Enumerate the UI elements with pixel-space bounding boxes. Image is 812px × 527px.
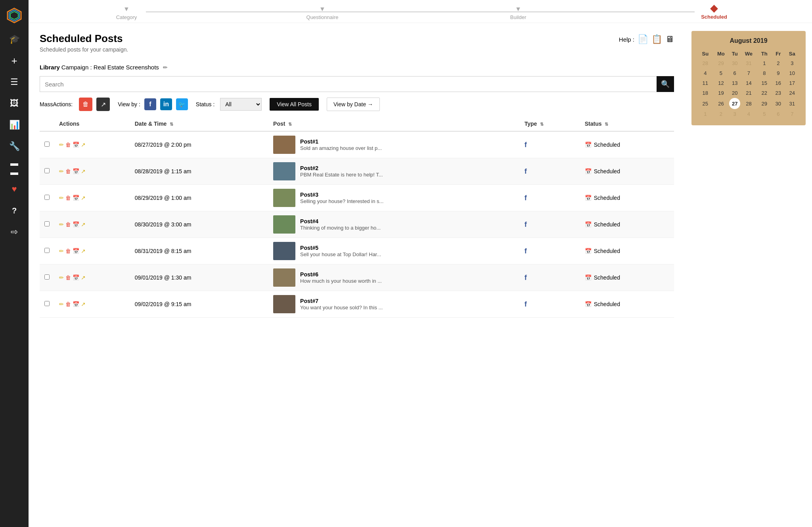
row-checkbox[interactable] <box>44 195 50 200</box>
row-calendar-icon[interactable]: 📅 <box>73 168 79 174</box>
row-delete-icon[interactable]: 🗑 <box>65 221 71 228</box>
row-edit-icon[interactable]: ✏ <box>59 274 64 281</box>
row-delete-icon[interactable]: 🗑 <box>65 142 71 148</box>
row-checkbox[interactable] <box>44 221 50 226</box>
cal-day-cell[interactable]: 14 <box>740 78 757 88</box>
cal-day-cell[interactable]: 6 <box>772 109 785 119</box>
row-checkbox[interactable] <box>44 301 50 306</box>
sidebar-item-chart[interactable]: 📊 <box>5 116 23 134</box>
row-edit-icon[interactable]: ✏ <box>59 195 64 201</box>
cal-day-cell[interactable]: 13 <box>729 78 740 88</box>
row-share-icon[interactable]: ↗ <box>81 221 86 228</box>
cal-day-cell[interactable]: 4 <box>698 68 713 78</box>
cal-day-cell[interactable]: 1 <box>698 109 713 119</box>
row-calendar-icon[interactable]: 📅 <box>73 221 79 228</box>
cal-day-cell[interactable]: 4 <box>740 109 757 119</box>
cal-day-cell[interactable]: 7 <box>740 68 757 78</box>
sidebar-item-add[interactable]: + <box>5 52 23 70</box>
step-scheduled[interactable]: Scheduled <box>690 6 738 20</box>
sidebar-item-help[interactable]: ? <box>5 201 23 220</box>
row-delete-icon[interactable]: 🗑 <box>65 195 71 201</box>
cal-day-cell[interactable]: 7 <box>785 109 799 119</box>
sidebar-item-heart[interactable]: ♥ <box>5 180 23 198</box>
help-desktop-icon[interactable]: 🖥 <box>665 34 674 44</box>
sidebar-item-list[interactable]: ☰ <box>5 73 23 91</box>
cal-day-cell[interactable]: 18 <box>698 88 713 98</box>
sidebar-item-learn[interactable]: 🎓 <box>5 30 23 48</box>
row-checkbox[interactable] <box>44 274 50 280</box>
cal-day-cell[interactable]: 10 <box>785 68 799 78</box>
cal-day-cell[interactable]: 30 <box>772 98 785 109</box>
sidebar-item-image[interactable]: 🖼 <box>5 94 23 113</box>
edit-campaign-icon[interactable]: ✏ <box>163 64 168 71</box>
row-calendar-icon[interactable]: 📅 <box>73 248 79 254</box>
row-edit-icon[interactable]: ✏ <box>59 168 64 174</box>
status-select[interactable]: All Scheduled Published Draft <box>220 98 262 111</box>
row-edit-icon[interactable]: ✏ <box>59 248 64 254</box>
row-delete-icon[interactable]: 🗑 <box>65 274 71 281</box>
step-questionnaire[interactable]: ▼ Questionnaire <box>299 6 346 20</box>
sidebar-logo[interactable] <box>4 6 24 25</box>
row-edit-icon[interactable]: ✏ <box>59 301 64 307</box>
row-delete-icon[interactable]: 🗑 <box>65 248 71 254</box>
cal-day-cell[interactable]: 16 <box>772 78 785 88</box>
row-delete-icon[interactable]: 🗑 <box>65 168 71 174</box>
cal-day-cell[interactable]: 8 <box>757 68 772 78</box>
cal-day-cell[interactable]: 17 <box>785 78 799 88</box>
cal-day-cell[interactable]: 3 <box>785 58 799 68</box>
row-share-icon[interactable]: ↗ <box>81 274 86 281</box>
cal-day-cell[interactable]: 28 <box>740 98 757 109</box>
row-edit-icon[interactable]: ✏ <box>59 142 64 148</box>
cal-day-cell[interactable]: 2 <box>713 109 730 119</box>
cal-day-cell[interactable]: 3 <box>729 109 740 119</box>
search-input[interactable] <box>40 76 657 92</box>
row-calendar-icon[interactable]: 📅 <box>73 195 79 201</box>
view-by-date-button[interactable]: View by Date → <box>327 98 380 111</box>
cal-day-cell[interactable]: 29 <box>757 98 772 109</box>
row-delete-icon[interactable]: 🗑 <box>65 301 71 307</box>
cal-day-cell[interactable]: 31 <box>740 58 757 68</box>
cal-day-cell[interactable]: 23 <box>772 88 785 98</box>
cal-day-cell[interactable]: 29 <box>713 58 730 68</box>
search-button[interactable]: 🔍 <box>657 76 674 92</box>
cal-day-cell[interactable]: 21 <box>740 88 757 98</box>
facebook-filter-button[interactable]: f <box>144 98 156 110</box>
row-share-icon[interactable]: ↗ <box>81 168 86 174</box>
sidebar-item-layers[interactable]: ▬▬ <box>5 159 23 177</box>
cal-day-cell[interactable]: 30 <box>729 58 740 68</box>
step-builder[interactable]: ▼ Builder <box>494 6 542 20</box>
row-share-icon[interactable]: ↗ <box>81 195 86 201</box>
row-checkbox[interactable] <box>44 142 50 147</box>
sidebar-item-wrench[interactable]: 🔧 <box>5 137 23 155</box>
row-checkbox[interactable] <box>44 168 50 173</box>
cal-day-cell[interactable]: 24 <box>785 88 799 98</box>
cal-day-cell[interactable]: 25 <box>698 98 713 109</box>
row-checkbox[interactable] <box>44 248 50 253</box>
help-file-icon[interactable]: 📋 <box>651 34 662 44</box>
cal-day-cell[interactable]: 15 <box>757 78 772 88</box>
cal-day-cell[interactable]: 1 <box>757 58 772 68</box>
cal-day-cell[interactable]: 5 <box>757 109 772 119</box>
view-all-posts-button[interactable]: View All Posts <box>270 98 319 111</box>
row-calendar-icon[interactable]: 📅 <box>73 301 79 307</box>
cal-day-cell[interactable]: 31 <box>785 98 799 109</box>
mass-share-button[interactable]: ↗ <box>96 98 110 111</box>
cal-day-cell[interactable]: 9 <box>772 68 785 78</box>
cal-day-cell[interactable]: 6 <box>729 68 740 78</box>
cal-day-cell[interactable]: 12 <box>713 78 730 88</box>
row-share-icon[interactable]: ↗ <box>81 142 86 148</box>
cal-day-cell[interactable]: 20 <box>729 88 740 98</box>
cal-day-cell[interactable]: 27 <box>729 98 740 109</box>
row-calendar-icon[interactable]: 📅 <box>73 274 79 281</box>
cal-day-cell[interactable]: 22 <box>757 88 772 98</box>
step-category[interactable]: ▼ Category <box>103 6 150 20</box>
cal-day-cell[interactable]: 28 <box>698 58 713 68</box>
row-calendar-icon[interactable]: 📅 <box>73 142 79 148</box>
cal-day-cell[interactable]: 26 <box>713 98 730 109</box>
cal-day-cell[interactable]: 11 <box>698 78 713 88</box>
linkedin-filter-button[interactable]: in <box>160 98 172 110</box>
mass-delete-button[interactable]: 🗑 <box>79 98 92 111</box>
cal-day-cell[interactable]: 19 <box>713 88 730 98</box>
cal-day-cell[interactable]: 5 <box>713 68 730 78</box>
row-share-icon[interactable]: ↗ <box>81 301 86 307</box>
